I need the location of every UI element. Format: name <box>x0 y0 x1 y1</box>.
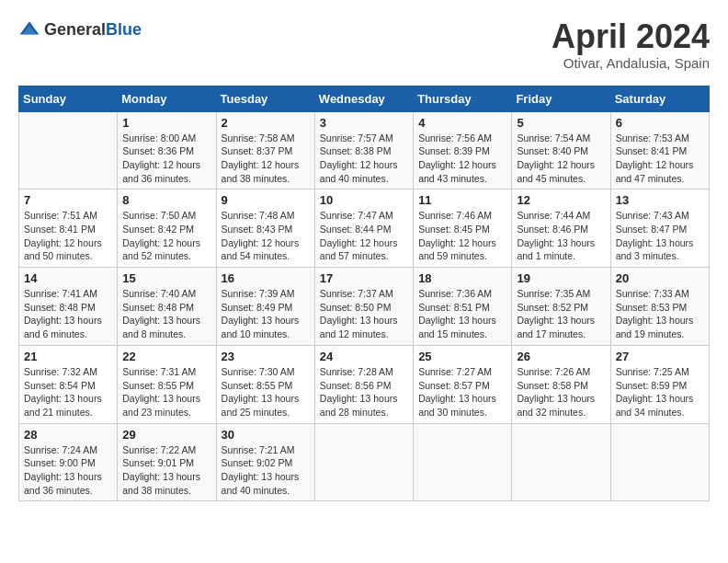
day-number: 11 <box>418 193 506 207</box>
calendar-cell: 29Sunrise: 7:22 AMSunset: 9:01 PMDayligh… <box>118 423 216 501</box>
day-number: 13 <box>616 193 704 207</box>
day-info: Sunrise: 7:56 AMSunset: 8:39 PMDaylight:… <box>418 132 506 186</box>
calendar-cell: 16Sunrise: 7:39 AMSunset: 8:49 PMDayligh… <box>216 268 314 346</box>
calendar-cell: 17Sunrise: 7:37 AMSunset: 8:50 PMDayligh… <box>314 268 413 346</box>
calendar-cell: 23Sunrise: 7:30 AMSunset: 8:55 PMDayligh… <box>216 345 314 423</box>
day-info: Sunrise: 7:22 AMSunset: 9:01 PMDaylight:… <box>122 443 210 498</box>
day-number: 26 <box>517 350 605 363</box>
calendar-cell: 18Sunrise: 7:36 AMSunset: 8:51 PMDayligh… <box>414 268 512 346</box>
day-number: 29 <box>122 428 210 442</box>
day-info: Sunrise: 7:36 AMSunset: 8:51 PMDaylight:… <box>418 287 506 341</box>
day-number: 17 <box>320 271 408 285</box>
weekday-header-saturday: Saturday <box>610 86 709 111</box>
calendar-cell: 22Sunrise: 7:31 AMSunset: 8:55 PMDayligh… <box>118 345 216 423</box>
calendar-table: SundayMondayTuesdayWednesdayThursdayFrid… <box>18 86 710 502</box>
day-number: 1 <box>122 116 210 130</box>
day-info: Sunrise: 7:37 AMSunset: 8:50 PMDaylight:… <box>320 287 408 341</box>
calendar-cell <box>610 423 709 501</box>
month-title: April 2024 <box>552 18 710 55</box>
day-number: 14 <box>24 271 112 285</box>
weekday-header-wednesday: Wednesday <box>314 86 413 111</box>
day-info: Sunrise: 7:27 AMSunset: 8:57 PMDaylight:… <box>418 365 506 419</box>
day-info: Sunrise: 7:43 AMSunset: 8:47 PMDaylight:… <box>616 209 704 263</box>
logo: GeneralBlue <box>18 18 142 40</box>
calendar-cell: 3Sunrise: 7:57 AMSunset: 8:38 PMDaylight… <box>314 111 413 190</box>
day-info: Sunrise: 7:39 AMSunset: 8:49 PMDaylight:… <box>222 287 310 341</box>
day-info: Sunrise: 7:51 AMSunset: 8:41 PMDaylight:… <box>24 209 112 263</box>
day-info: Sunrise: 7:44 AMSunset: 8:46 PMDaylight:… <box>517 209 605 263</box>
calendar-cell: 15Sunrise: 7:40 AMSunset: 8:48 PMDayligh… <box>118 268 216 346</box>
day-number: 23 <box>222 350 310 363</box>
day-info: Sunrise: 8:00 AMSunset: 8:36 PMDaylight:… <box>122 132 210 186</box>
title-block: April 2024 Otivar, Andalusia, Spain <box>552 18 710 71</box>
day-number: 10 <box>320 193 408 207</box>
day-number: 9 <box>222 193 310 207</box>
day-number: 15 <box>122 271 210 285</box>
day-number: 19 <box>517 271 605 285</box>
weekday-header-friday: Friday <box>512 86 610 111</box>
day-number: 21 <box>24 350 112 363</box>
logo-icon <box>18 18 40 40</box>
day-info: Sunrise: 7:28 AMSunset: 8:56 PMDaylight:… <box>320 365 408 419</box>
day-number: 30 <box>222 428 310 442</box>
calendar-cell: 9Sunrise: 7:48 AMSunset: 8:43 PMDaylight… <box>216 190 314 268</box>
day-number: 12 <box>517 193 605 207</box>
location: Otivar, Andalusia, Spain <box>552 55 710 71</box>
calendar-cell: 4Sunrise: 7:56 AMSunset: 8:39 PMDaylight… <box>414 111 512 190</box>
page-header: GeneralBlue April 2024 Otivar, Andalusia… <box>18 18 710 71</box>
weekday-header-row: SundayMondayTuesdayWednesdayThursdayFrid… <box>19 86 710 111</box>
calendar-cell: 5Sunrise: 7:54 AMSunset: 8:40 PMDaylight… <box>512 111 610 190</box>
calendar-cell <box>314 423 413 501</box>
calendar-week-row: 28Sunrise: 7:24 AMSunset: 9:00 PMDayligh… <box>19 423 710 501</box>
calendar-cell: 28Sunrise: 7:24 AMSunset: 9:00 PMDayligh… <box>19 423 118 501</box>
day-number: 2 <box>222 116 310 130</box>
calendar-cell: 13Sunrise: 7:43 AMSunset: 8:47 PMDayligh… <box>610 190 709 268</box>
calendar-cell: 8Sunrise: 7:50 AMSunset: 8:42 PMDaylight… <box>118 190 216 268</box>
day-info: Sunrise: 7:32 AMSunset: 8:54 PMDaylight:… <box>24 365 112 419</box>
calendar-week-row: 1Sunrise: 8:00 AMSunset: 8:36 PMDaylight… <box>19 111 710 190</box>
day-number: 25 <box>418 350 506 363</box>
day-info: Sunrise: 7:33 AMSunset: 8:53 PMDaylight:… <box>616 287 704 341</box>
calendar-cell: 25Sunrise: 7:27 AMSunset: 8:57 PMDayligh… <box>414 345 512 423</box>
calendar-week-row: 7Sunrise: 7:51 AMSunset: 8:41 PMDaylight… <box>19 190 710 268</box>
calendar-cell: 26Sunrise: 7:26 AMSunset: 8:58 PMDayligh… <box>512 345 610 423</box>
day-info: Sunrise: 7:31 AMSunset: 8:55 PMDaylight:… <box>122 365 210 419</box>
day-number: 27 <box>616 350 704 363</box>
day-info: Sunrise: 7:57 AMSunset: 8:38 PMDaylight:… <box>320 132 408 186</box>
day-info: Sunrise: 7:48 AMSunset: 8:43 PMDaylight:… <box>222 209 310 263</box>
day-info: Sunrise: 7:46 AMSunset: 8:45 PMDaylight:… <box>418 209 506 263</box>
day-info: Sunrise: 7:54 AMSunset: 8:40 PMDaylight:… <box>517 132 605 186</box>
day-number: 3 <box>320 116 408 130</box>
day-info: Sunrise: 7:47 AMSunset: 8:44 PMDaylight:… <box>320 209 408 263</box>
weekday-header-sunday: Sunday <box>19 86 118 111</box>
calendar-cell: 14Sunrise: 7:41 AMSunset: 8:48 PMDayligh… <box>19 268 118 346</box>
calendar-cell: 2Sunrise: 7:58 AMSunset: 8:37 PMDaylight… <box>216 111 314 190</box>
calendar-cell <box>512 423 610 501</box>
day-number: 24 <box>320 350 408 363</box>
day-info: Sunrise: 7:26 AMSunset: 8:58 PMDaylight:… <box>517 365 605 419</box>
day-info: Sunrise: 7:58 AMSunset: 8:37 PMDaylight:… <box>222 132 310 186</box>
day-info: Sunrise: 7:35 AMSunset: 8:52 PMDaylight:… <box>517 287 605 341</box>
calendar-cell: 10Sunrise: 7:47 AMSunset: 8:44 PMDayligh… <box>314 190 413 268</box>
calendar-cell: 7Sunrise: 7:51 AMSunset: 8:41 PMDaylight… <box>19 190 118 268</box>
day-info: Sunrise: 7:21 AMSunset: 9:02 PMDaylight:… <box>222 443 310 498</box>
calendar-cell: 19Sunrise: 7:35 AMSunset: 8:52 PMDayligh… <box>512 268 610 346</box>
day-number: 22 <box>122 350 210 363</box>
calendar-cell: 21Sunrise: 7:32 AMSunset: 8:54 PMDayligh… <box>19 345 118 423</box>
calendar-cell: 27Sunrise: 7:25 AMSunset: 8:59 PMDayligh… <box>610 345 709 423</box>
day-number: 5 <box>517 116 605 130</box>
day-number: 20 <box>616 271 704 285</box>
day-info: Sunrise: 7:41 AMSunset: 8:48 PMDaylight:… <box>24 287 112 341</box>
day-info: Sunrise: 7:24 AMSunset: 9:00 PMDaylight:… <box>24 443 112 498</box>
day-info: Sunrise: 7:50 AMSunset: 8:42 PMDaylight:… <box>122 209 210 263</box>
logo-text-general: General <box>44 20 106 39</box>
calendar-week-row: 21Sunrise: 7:32 AMSunset: 8:54 PMDayligh… <box>19 345 710 423</box>
calendar-cell: 24Sunrise: 7:28 AMSunset: 8:56 PMDayligh… <box>314 345 413 423</box>
calendar-cell <box>414 423 512 501</box>
day-info: Sunrise: 7:25 AMSunset: 8:59 PMDaylight:… <box>616 365 704 419</box>
calendar-cell <box>19 111 118 190</box>
day-info: Sunrise: 7:30 AMSunset: 8:55 PMDaylight:… <box>222 365 310 419</box>
calendar-cell: 20Sunrise: 7:33 AMSunset: 8:53 PMDayligh… <box>610 268 709 346</box>
day-info: Sunrise: 7:53 AMSunset: 8:41 PMDaylight:… <box>616 132 704 186</box>
weekday-header-thursday: Thursday <box>414 86 512 111</box>
